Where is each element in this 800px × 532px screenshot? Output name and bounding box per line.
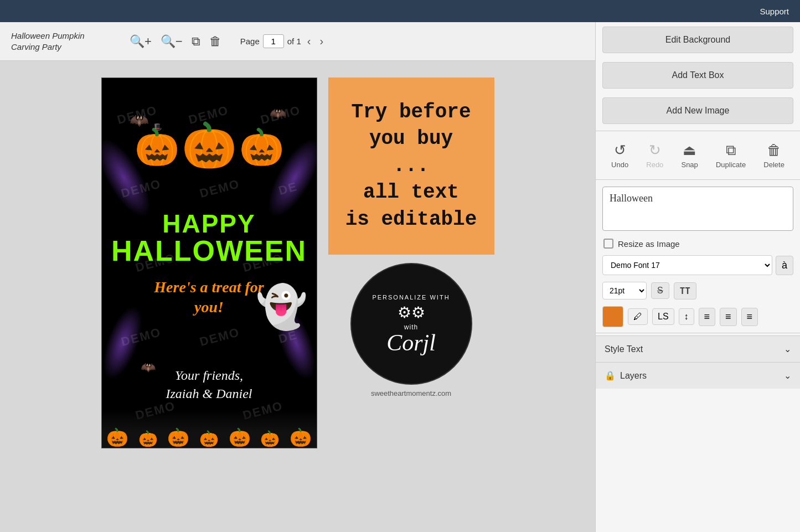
corjl-section: PERSONALIZE WITH ⚙⚙ with Corjl sweethear… (328, 263, 494, 397)
delete-button[interactable]: 🗑 (207, 32, 224, 51)
lock-icon: 🔒 (605, 370, 616, 381)
doc-title: Halloween Pumpkin Carving Party (11, 30, 122, 52)
align-left-button[interactable]: ≡ (699, 308, 716, 326)
eyedropper-button[interactable]: 🖊 (628, 308, 648, 325)
redo-icon: ↻ (649, 142, 661, 159)
friends-text: Your friends, Izaiah & Daniel (102, 366, 317, 404)
resize-label: Resize as Image (618, 239, 680, 249)
zoom-out-button[interactable]: 🔍− (158, 32, 185, 51)
canvas-area: Halloween Pumpkin Carving Party 🔍+ 🔍− ⧉ … (0, 22, 595, 532)
panel-divider (596, 131, 800, 131)
align-right-button[interactable]: ≡ (741, 308, 758, 326)
support-link[interactable]: Support (760, 7, 789, 16)
resize-row: Resize as Image (596, 235, 800, 252)
font-row: Demo Font 17 à (596, 252, 800, 278)
canvas-content: DEMO DEMO DEMO DEMO DEMO DE DEMO DEMO (101, 78, 494, 448)
pumpkin-left: 🎃 (135, 129, 179, 165)
undo-icon: ↺ (614, 142, 626, 159)
size-row: 21pt 12pt 14pt 18pt 24pt 36pt 48pt 72pt … (596, 278, 800, 303)
bat-right: 🦇 (270, 106, 286, 121)
zoom-in-button[interactable]: 🔍+ (127, 32, 154, 51)
corjl-url: sweetheartmomentz.com (371, 389, 451, 397)
snap-icon: ⏏ (683, 142, 696, 159)
border-pumpkin: 🎃 (260, 430, 280, 448)
poster-card[interactable]: DEMO DEMO DEMO DEMO DEMO DE DEMO DEMO (101, 78, 317, 448)
page-label: Page (240, 37, 260, 46)
panel-divider-2 (596, 179, 800, 180)
align-center-button[interactable]: ≡ (720, 308, 737, 326)
border-pumpkin: 🎃 (167, 427, 189, 448)
strikethrough-button[interactable]: S (651, 282, 669, 299)
canvas-scroll: DEMO DEMO DEMO DEMO DEMO DE DEMO DEMO (0, 61, 595, 532)
border-pumpkin: 🎃 (138, 430, 158, 448)
toolbar-icons: 🔍+ 🔍− ⧉ 🗑 (127, 32, 224, 51)
corjl-gears-icon: ⚙⚙ (398, 303, 425, 322)
page-of-label: of 1 (287, 37, 301, 46)
top-bar: Support (0, 0, 800, 22)
color-swatch[interactable] (602, 306, 623, 327)
bat-left: 🦇 (130, 111, 149, 130)
bottom-pumpkin-border: 🎃 🎃 🎃 🎃 🎃 🎃 🎃 (102, 409, 317, 448)
edit-background-button[interactable]: Edit Background (602, 27, 793, 53)
corjl-arc-text: PERSONALIZE WITH (372, 294, 450, 301)
page-nav: Page of 1 ‹ › (240, 34, 326, 49)
duplicate-tool-button[interactable]: ⧉ Duplicate (711, 139, 750, 172)
preview-panel: Try before you buy ... all text is edita… (328, 78, 494, 397)
color-row: 🖊 LS ↕ ≡ ≡ ≡ (596, 303, 800, 330)
duplicate-icon: ⧉ (726, 142, 736, 159)
line-spacing-button[interactable]: ↕ (679, 308, 694, 325)
delete-icon: 🗑 (767, 142, 781, 159)
duplicate-button[interactable]: ⧉ (189, 32, 203, 51)
style-text-section[interactable]: Style Text ⌄ (596, 335, 800, 362)
border-pumpkin: 🎃 (106, 427, 128, 448)
edit-toolbar: ↺ Undo ↻ Redo ⏏ Snap ⧉ Duplicate 🗑 Delet… (596, 133, 800, 177)
redo-button[interactable]: ↻ Redo (642, 139, 668, 172)
border-pumpkin: 🎃 (290, 427, 312, 448)
page-prev-button[interactable]: ‹ (304, 34, 314, 49)
tt-button[interactable]: TT (674, 282, 696, 299)
ghost-figure: 👻 (256, 283, 300, 344)
layers-section[interactable]: 🔒 Layers ⌄ (596, 362, 800, 389)
layers-label: Layers (620, 371, 647, 381)
pumpkin-center: 🎃 (182, 123, 237, 168)
undo-button[interactable]: ↺ Undo (607, 139, 633, 172)
main-layout: Halloween Pumpkin Carving Party 🔍+ 🔍− ⧉ … (0, 22, 800, 532)
style-text-chevron: ⌄ (784, 344, 791, 354)
font-select[interactable]: Demo Font 17 (602, 255, 772, 275)
happy-text: HAPPY (102, 211, 317, 236)
snap-button[interactable]: ⏏ Snap (677, 139, 702, 172)
add-text-box-button[interactable]: Add Text Box (602, 62, 793, 89)
font-size-select[interactable]: 21pt 12pt 14pt 18pt 24pt 36pt 48pt 72pt (602, 282, 647, 299)
pumpkin-center-wrapper: 🎃 (182, 123, 237, 168)
border-pumpkin: 🎃 (199, 430, 219, 448)
font-char-button[interactable]: à (776, 256, 793, 275)
halloween-text: HALLOWEEN (102, 236, 317, 265)
ls-button[interactable]: LS (652, 308, 674, 325)
text-content-input[interactable]: Halloween (602, 187, 793, 231)
page-input[interactable] (263, 34, 284, 48)
pumpkin-right-wrapper: 🎃 (239, 129, 284, 165)
toolbar-row: Halloween Pumpkin Carving Party 🔍+ 🔍− ⧉ … (0, 22, 595, 61)
try-before-box: Try before you buy ... all text is edita… (328, 78, 494, 255)
layers-chevron: ⌄ (784, 370, 791, 381)
panel-divider-3 (596, 333, 800, 333)
style-text-label: Style Text (605, 344, 643, 354)
right-panel: Edit Background Add Text Box Add New Ima… (595, 22, 800, 532)
layers-header-content: 🔒 Layers (605, 370, 647, 381)
pumpkin-right: 🎃 (239, 129, 284, 165)
corjl-badge: PERSONALIZE WITH ⚙⚙ with Corjl (350, 263, 472, 385)
resize-checkbox[interactable] (603, 239, 613, 249)
add-new-image-button[interactable]: Add New Image (602, 97, 793, 124)
happy-halloween: HAPPY HALLOWEEN (102, 211, 317, 265)
page-next-button[interactable]: › (317, 34, 326, 49)
border-pumpkin: 🎃 (229, 427, 251, 448)
delete-tool-button[interactable]: 🗑 Delete (759, 139, 789, 172)
corjl-logo-text: Corjl (386, 331, 436, 354)
